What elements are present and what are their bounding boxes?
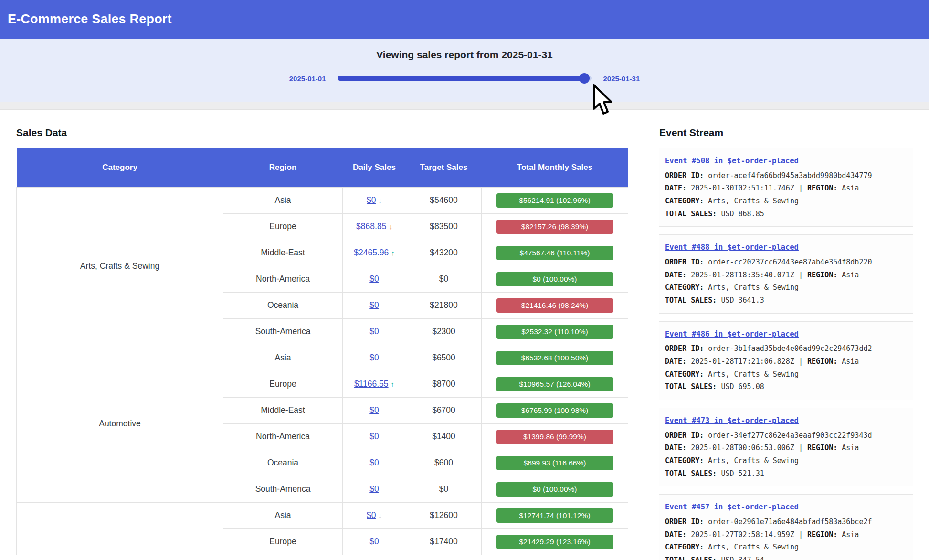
category-cell: Automotive [17,345,223,502]
event-detail-line: DATE: 2025-01-28T17:21:06.828Z | REGION:… [665,355,907,368]
event-stream-heading: Event Stream [659,127,913,138]
event-detail-line: TOTAL SALES: USD 521.31 [665,467,907,480]
monthly-sales-cell: $21416.46 (98.24%) [482,292,628,318]
daily-sales-link[interactable]: $0 [367,195,376,205]
slider-start-label: 2025-01-01 [289,74,326,83]
event-detail-line: ORDER ID: order-0e2961e71a6e484abfadf583… [665,516,907,528]
event-card: Event #488 in $et-order-placedORDER ID: … [659,234,913,313]
date-slider[interactable] [338,73,592,84]
sales-table: Category Region Daily Sales Target Sales… [16,148,628,555]
trend-up-icon: ↑ [391,249,395,257]
page-title: E-Commerce Sales Report [8,12,172,27]
daily-sales-cell: $0↓ [343,502,406,528]
table-header-row: Category Region Daily Sales Target Sales… [17,148,628,187]
section-divider [0,102,929,110]
region-cell: Asia [223,502,343,528]
slider-thumb[interactable] [579,73,590,84]
target-sales-cell: $0 [406,476,482,502]
daily-sales-link[interactable]: $0 [369,537,379,546]
monthly-sales-badge: $10965.57 (126.04%) [496,377,613,391]
daily-sales-link[interactable]: $1166.55 [354,379,389,389]
daily-sales-link[interactable]: $868.85 [356,222,386,231]
monthly-sales-cell: $21429.29 (123.16%) [482,528,628,555]
event-detail-line: ORDER ID: order-cc20237cc62443ee87ab4e35… [665,256,907,269]
daily-sales-link[interactable]: $0 [369,432,379,441]
monthly-sales-badge: $0 (100.00%) [496,272,613,286]
target-sales-cell: $43200 [406,240,482,266]
event-detail-line: TOTAL SALES: USD 3641.3 [665,294,907,307]
event-card: Event #508 in $et-order-placedORDER ID: … [659,148,913,227]
monthly-sales-cell: $82157.26 (98.39%) [482,213,628,240]
monthly-sales-cell: $2532.32 (110.10%) [482,318,628,345]
daily-sales-link[interactable]: $0 [369,458,379,467]
target-sales-cell: $12600 [406,502,482,528]
target-sales-cell: $1400 [406,423,482,450]
slider-title: Viewing sales report from 2025-01-31 [0,49,929,61]
monthly-sales-cell: $12741.74 (101.12%) [482,502,628,528]
event-link[interactable]: Event #457 in $et-order-placed [665,501,799,514]
slider-fill [338,76,584,81]
event-detail-line: DATE: 2025-01-28T18:35:40.071Z | REGION:… [665,269,907,282]
target-sales-cell: $21800 [406,292,482,318]
table-row: Asia$0↓$12600$12741.74 (101.12%) [17,502,628,528]
target-sales-cell: $600 [406,450,482,476]
target-sales-cell: $8700 [406,371,482,397]
col-header-region: Region [223,148,343,187]
daily-sales-link[interactable]: $0 [369,353,379,362]
target-sales-cell: $0 [406,266,482,292]
event-link[interactable]: Event #488 in $et-order-placed [665,241,799,254]
monthly-sales-cell: $47567.46 (110.11%) [482,240,628,266]
daily-sales-link[interactable]: $0 [369,484,379,494]
daily-sales-cell: $0 [343,423,406,450]
daily-sales-link[interactable]: $0 [369,327,379,336]
target-sales-cell: $83500 [406,213,482,240]
monthly-sales-badge: $47567.46 (110.11%) [496,246,613,260]
monthly-sales-cell: $0 (100.00%) [482,476,628,502]
region-cell: South-America [223,318,343,345]
event-detail-line: DATE: 2025-01-28T00:06:53.006Z | REGION:… [665,442,907,454]
monthly-sales-cell: $6765.99 (100.98%) [482,397,628,423]
event-detail-line: CATEGORY: Arts, Crafts & Sewing [665,454,907,467]
trend-down-icon: ↓ [378,511,382,519]
event-detail-line: DATE: 2025-01-27T02:58:14.959Z | REGION:… [665,528,907,541]
monthly-sales-badge: $6765.99 (100.98%) [496,403,613,418]
event-card: Event #473 in $et-order-placedORDER ID: … [659,408,913,486]
target-sales-cell: $54600 [406,187,482,213]
daily-sales-link[interactable]: $0 [369,405,379,415]
region-cell: Europe [223,371,343,397]
monthly-sales-cell: $6532.68 (100.50%) [482,345,628,371]
monthly-sales-badge: $21429.29 (123.16%) [496,535,613,549]
daily-sales-link[interactable]: $0 [369,300,379,310]
daily-sales-cell: $0 [343,476,406,502]
trend-up-icon: ↑ [391,380,395,388]
app-header: E-Commerce Sales Report [0,0,929,39]
event-link[interactable]: Event #486 in $et-order-placed [665,328,799,341]
region-cell: Oceania [223,450,343,476]
event-detail-line: ORDER ID: order-3b1faad35bde4e06ad99c2c2… [665,342,907,355]
col-header-total-monthly-sales: Total Monthly Sales [482,148,628,187]
target-sales-cell: $17400 [406,528,482,555]
region-cell: North-America [223,266,343,292]
region-cell: Asia [223,187,343,213]
target-sales-cell: $6500 [406,345,482,371]
daily-sales-link[interactable]: $2465.96 [354,248,389,257]
event-detail-line: TOTAL SALES: USD 695.08 [665,380,907,393]
event-link[interactable]: Event #508 in $et-order-placed [665,155,799,168]
trend-down-icon: ↓ [389,222,392,231]
daily-sales-cell: $0 [343,292,406,318]
monthly-sales-cell: $0 (100.00%) [482,266,628,292]
daily-sales-cell: $1166.55↑ [343,371,406,397]
event-link[interactable]: Event #473 in $et-order-placed [665,414,799,428]
daily-sales-cell: $0 [343,528,406,555]
event-detail-line: ORDER ID: order-acef4fa66bd945a3abdd9980… [665,169,907,182]
event-detail-line: TOTAL SALES: USD 868.85 [665,208,907,221]
daily-sales-link[interactable]: $0 [367,510,376,520]
sales-table-body: Arts, Crafts & SewingAsia$0↓$54600$56214… [17,187,628,555]
event-card: Event #486 in $et-order-placedORDER ID: … [659,321,913,400]
date-slider-section: Viewing sales report from 2025-01-31 202… [0,39,929,102]
daily-sales-link[interactable]: $0 [369,274,379,284]
sales-data-heading: Sales Data [16,127,628,138]
event-detail-line: CATEGORY: Arts, Crafts & Sewing [665,281,907,294]
daily-sales-cell: $0 [343,450,406,476]
region-cell: South-America [223,476,343,502]
